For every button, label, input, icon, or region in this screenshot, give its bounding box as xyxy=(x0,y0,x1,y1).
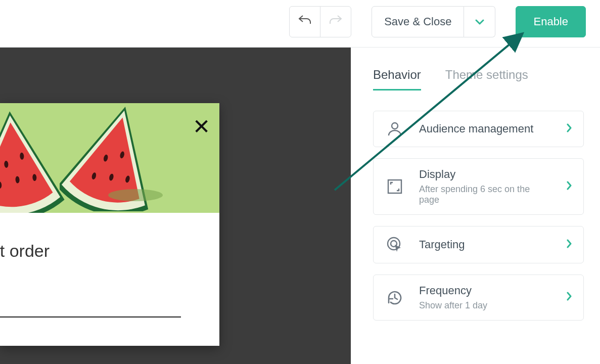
card-display[interactable]: Display After spending 6 sec on the page xyxy=(373,158,584,215)
save-split-button: Save & Close xyxy=(372,6,495,37)
card-targeting[interactable]: Targeting xyxy=(373,226,584,263)
card-title: Audience management xyxy=(419,122,552,135)
save-close-button[interactable]: Save & Close xyxy=(372,6,464,37)
frame-icon xyxy=(385,178,405,195)
chevron-right-icon xyxy=(566,123,572,135)
history-group xyxy=(289,6,351,37)
target-cursor-icon xyxy=(385,236,405,254)
settings-tabs: Behavior Theme settings xyxy=(373,68,584,90)
card-frequency[interactable]: Frequency Show after 1 day xyxy=(373,275,584,321)
redo-icon xyxy=(329,14,343,30)
tab-theme-settings[interactable]: Theme settings xyxy=(445,68,528,90)
chevron-right-icon xyxy=(566,239,572,251)
card-texts: Targeting xyxy=(419,238,552,251)
enable-label: Enable xyxy=(533,15,568,28)
user-icon xyxy=(385,120,405,138)
save-dropdown-button[interactable] xyxy=(464,6,495,37)
undo-button[interactable] xyxy=(289,6,320,37)
card-subtitle: After spending 6 sec on the page xyxy=(419,184,552,205)
popup-input-underline[interactable] xyxy=(0,316,181,317)
save-close-label: Save & Close xyxy=(384,15,451,28)
card-texts: Display After spending 6 sec on the page xyxy=(419,168,552,205)
watermelon-slice-icon xyxy=(60,103,166,211)
card-texts: Frequency Show after 1 day xyxy=(419,284,552,311)
history-clock-icon xyxy=(385,289,405,307)
close-icon[interactable]: ✕ xyxy=(193,116,210,138)
card-audience-management[interactable]: Audience management xyxy=(373,111,584,147)
enable-button[interactable]: Enable xyxy=(516,6,586,37)
settings-panel: Behavior Theme settings Audience managem… xyxy=(351,48,600,364)
undo-icon xyxy=(298,14,312,30)
chevron-right-icon xyxy=(566,181,572,193)
card-texts: Audience management xyxy=(419,122,552,135)
popup-hero-image: ✕ xyxy=(0,103,219,213)
watermelon-slice-icon xyxy=(0,108,69,213)
editor-toolbar: Save & Close Enable xyxy=(0,0,600,48)
card-subtitle: Show after 1 day xyxy=(419,300,552,311)
svg-point-10 xyxy=(108,189,163,201)
tab-behavior[interactable]: Behavior xyxy=(373,68,421,90)
chevron-right-icon xyxy=(566,292,572,303)
popup-preview[interactable]: ✕ f your first order xyxy=(0,103,219,346)
tab-behavior-label: Behavior xyxy=(373,68,421,81)
toolbar-actions: Save & Close Enable xyxy=(289,6,586,37)
redo-button[interactable] xyxy=(320,6,351,37)
svg-point-11 xyxy=(392,123,398,129)
card-title: Display xyxy=(419,168,552,181)
card-title: Frequency xyxy=(419,284,552,297)
chevron-down-icon xyxy=(475,15,484,28)
popup-body: f your first order xyxy=(0,213,219,346)
popup-headline: f your first order xyxy=(0,241,219,261)
preview-canvas: ✕ f your first order xyxy=(0,48,351,364)
card-title: Targeting xyxy=(419,238,552,251)
tab-theme-label: Theme settings xyxy=(445,68,528,81)
